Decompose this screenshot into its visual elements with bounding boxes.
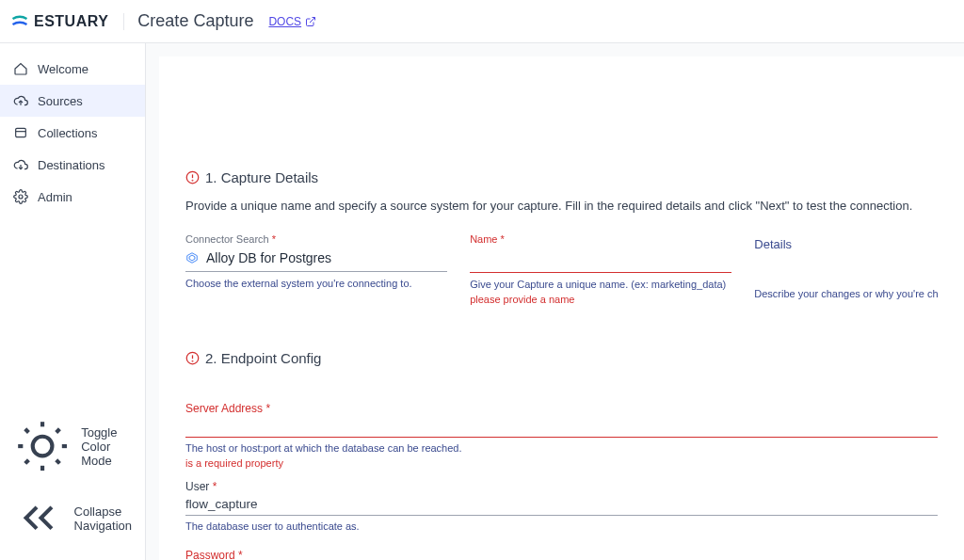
page-title: Create Capture — [137, 11, 253, 31]
sidebar-item-welcome[interactable]: Welcome — [0, 53, 145, 85]
alloydb-icon — [185, 251, 199, 264]
password-label: Password * — [185, 549, 938, 560]
nav: Welcome Sources Collections Destinations… — [0, 43, 145, 400]
upload-cloud-icon — [13, 93, 28, 108]
home-icon — [13, 61, 28, 76]
sidebar-item-destinations[interactable]: Destinations — [0, 149, 145, 181]
form-panel: 1. Capture Details Provide a unique name… — [159, 56, 964, 560]
external-link-icon — [305, 16, 316, 27]
docs-link[interactable]: DOCS — [268, 15, 316, 28]
sun-icon — [13, 417, 72, 475]
connector-search-input[interactable]: Alloy DB for Postgres — [185, 248, 447, 272]
svg-point-15 — [192, 180, 193, 181]
server-address-error: is a required property — [185, 457, 938, 469]
sidebar-bottom: Toggle Color Mode Collapse Navigation — [0, 400, 145, 560]
estuary-logo-icon — [11, 13, 28, 30]
sidebar-item-label: Collections — [38, 126, 98, 140]
top-bar: ESTUARY Create Capture DOCS — [0, 0, 964, 43]
name-input[interactable] — [470, 248, 731, 273]
user-label: User * — [185, 480, 938, 493]
svg-line-12 — [56, 429, 60, 433]
name-helper: Give your Capture a unique name. (ex: ma… — [470, 279, 731, 290]
section-title-text: 2. Endpoint Config — [205, 350, 321, 366]
server-address-field: Server Address * The host or host:port a… — [185, 402, 938, 469]
name-label: Name * — [470, 233, 731, 245]
section-title-endpoint-config: 2. Endpoint Config — [185, 350, 938, 366]
details-helper: Describe your changes or why you're chan… — [754, 288, 938, 299]
server-address-label: Server Address * — [185, 402, 938, 415]
name-error: please provide a name — [470, 294, 731, 305]
connector-helper: Choose the external system you're connec… — [185, 278, 447, 289]
sidebar: Welcome Sources Collections Destinations… — [0, 43, 146, 560]
sidebar-item-label: Destinations — [38, 158, 105, 172]
svg-point-4 — [33, 437, 53, 456]
user-input[interactable] — [185, 495, 938, 516]
chevrons-left-icon — [13, 492, 65, 544]
sidebar-item-label: Sources — [38, 94, 83, 108]
section-description: Provide a unique name and specify a sour… — [185, 199, 938, 213]
sidebar-item-collections[interactable]: Collections — [0, 117, 145, 149]
docs-link-label: DOCS — [268, 15, 301, 28]
svg-marker-16 — [187, 253, 198, 264]
download-cloud-icon — [13, 157, 28, 172]
sidebar-item-admin[interactable]: Admin — [0, 181, 145, 213]
svg-line-0 — [310, 17, 315, 23]
svg-rect-1 — [16, 128, 26, 136]
user-helper: The database user to authenticate as. — [185, 520, 938, 532]
svg-line-8 — [56, 460, 60, 464]
brand-logo[interactable]: ESTUARY — [11, 13, 124, 30]
connector-value-text: Alloy DB for Postgres — [206, 250, 331, 265]
details-label[interactable]: Details — [754, 233, 938, 258]
toggle-color-mode-button[interactable]: Toggle Color Mode — [0, 408, 145, 484]
sidebar-item-label: Admin — [38, 190, 72, 204]
details-field: Details Describe your changes or why you… — [754, 233, 938, 305]
svg-line-11 — [25, 460, 29, 464]
user-field: User * The database user to authenticate… — [185, 480, 938, 532]
svg-line-7 — [25, 429, 29, 433]
database-icon — [13, 125, 28, 140]
alert-circle-icon — [185, 351, 200, 365]
gear-icon — [13, 189, 28, 204]
svg-marker-17 — [189, 255, 195, 261]
toggle-color-mode-label: Toggle Color Mode — [81, 425, 132, 468]
svg-point-3 — [19, 195, 23, 199]
alert-circle-icon — [185, 170, 200, 184]
sidebar-item-label: Welcome — [38, 62, 88, 76]
section-title-text: 1. Capture Details — [205, 169, 318, 185]
section-title-capture-details: 1. Capture Details — [185, 169, 938, 185]
connector-field: Connector Search * Alloy DB for Postgres… — [185, 233, 447, 305]
password-field: Password * — [185, 549, 938, 560]
connector-label: Connector Search * — [185, 233, 447, 245]
server-address-input[interactable] — [185, 417, 938, 438]
collapse-navigation-button[interactable]: Collapse Navigation — [0, 484, 145, 552]
name-field: Name * Give your Capture a unique name. … — [470, 233, 731, 305]
sidebar-item-sources[interactable]: Sources — [0, 85, 145, 117]
brand-name: ESTUARY — [34, 13, 108, 30]
main-content: 1. Capture Details Provide a unique name… — [146, 43, 964, 560]
collapse-navigation-label: Collapse Navigation — [74, 504, 132, 533]
svg-point-20 — [192, 360, 193, 361]
server-address-helper: The host or host:port at which the datab… — [185, 442, 938, 454]
